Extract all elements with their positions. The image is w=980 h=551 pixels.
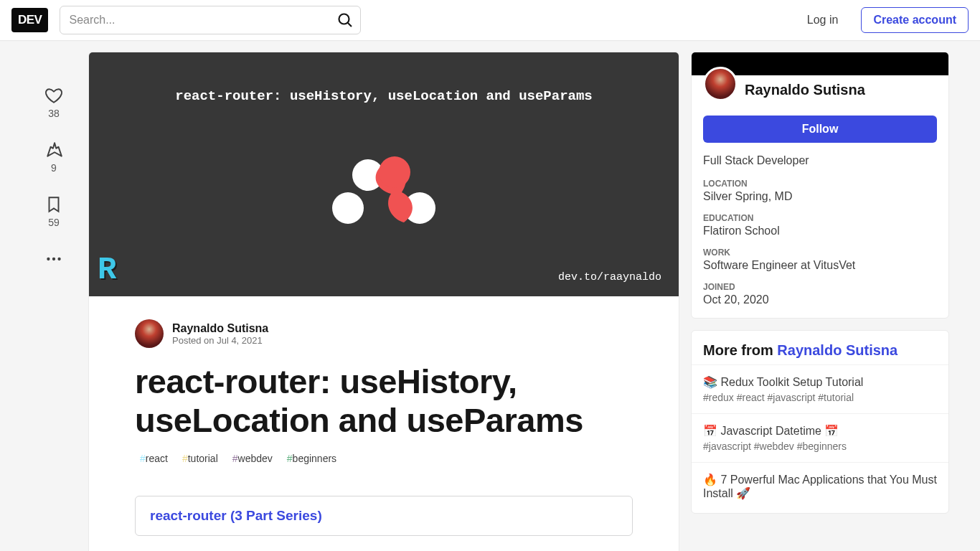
more-item[interactable]: 🔥 7 Powerful Mac Applications that You M… [692,462,948,513]
login-link[interactable]: Log in [796,8,850,32]
svg-point-3 [52,258,55,260]
article: react-router: useHistory, useLocation an… [88,52,679,551]
dev-logo[interactable]: DEV [11,8,48,32]
like-count: 38 [48,108,60,119]
site-header: DEV Log in Create account [0,0,980,40]
main-column: react-router: useHistory, useLocation an… [88,52,679,551]
reactions-bar: 38 9 59 [31,52,77,551]
author-card: Raynaldo Sutisna Follow Full Stack Devel… [691,52,949,319]
bookmark-button[interactable]: 59 [44,195,63,228]
author-card-name-link[interactable]: Raynaldo Sutisna [745,70,865,98]
more-item-title: 📅 Javascript Datetime 📅 [703,424,937,438]
author-name-link[interactable]: Raynaldo Sutisna [172,322,268,335]
tag-beginners[interactable]: #beginners [282,450,341,467]
author-meta: LOCATION Silver Spring, MD EDUCATION Fla… [703,179,937,306]
cover-credit: dev.to/raaynaldo [558,271,661,283]
article-tags: #react #tutorial #webdev #beginners [135,450,633,467]
cover-image: react-router: useHistory, useLocation an… [89,52,679,296]
author-byline: Raynaldo Sutisna Posted on Jul 4, 2021 [135,319,633,348]
meta-label-work: WORK [703,248,937,258]
bookmark-count: 59 [48,217,60,228]
series-box[interactable]: react-router (3 Part Series) [135,496,633,536]
unicorn-icon [44,141,63,159]
svg-point-5 [332,192,364,224]
create-account-button[interactable]: Create account [861,7,969,33]
react-router-logo-icon [298,136,470,237]
heart-icon [44,86,63,105]
more-item-title: 📚 Redux Toolkit Setup Tutorial [703,375,937,389]
search-input[interactable] [60,6,361,34]
svg-point-2 [47,258,50,260]
meta-value-location: Silver Spring, MD [703,190,937,203]
unicorn-button[interactable]: 9 [44,141,63,174]
bookmark-icon [44,195,63,214]
meta-value-education: Flatiron School [703,225,937,237]
meta-label-education: EDUCATION [703,213,937,223]
more-from-card: More from Raynaldo Sutisna 📚 Redux Toolk… [691,330,949,514]
dots-icon [44,250,63,268]
series-title: react-router (3 Part Series) [150,508,618,524]
post-date: Posted on Jul 4, 2021 [172,335,268,346]
tag-webdev[interactable]: #webdev [227,450,278,467]
more-options-button[interactable] [44,250,63,268]
more-item-title: 🔥 7 Powerful Mac Applications that You M… [703,473,937,500]
more-item-tags: #javascript #webdev #beginners [703,441,937,452]
tag-react[interactable]: #react [135,450,173,467]
more-from-author-link[interactable]: Raynaldo Sutisna [777,342,897,358]
cover-title: react-router: useHistory, useLocation an… [89,88,679,104]
more-item[interactable]: 📅 Javascript Datetime 📅 #javascript #web… [692,413,948,462]
svg-point-4 [57,258,60,260]
search-button[interactable] [332,9,358,32]
like-button[interactable]: 38 [44,86,63,119]
more-from-heading: More from Raynaldo Sutisna [692,331,948,364]
author-bio: Full Stack Developer [703,154,937,167]
tag-tutorial[interactable]: #tutorial [177,450,223,467]
article-title: react-router: useHistory, useLocation an… [135,362,633,440]
svg-line-1 [348,23,352,27]
author-avatar[interactable] [135,319,164,348]
more-item[interactable]: 📚 Redux Toolkit Setup Tutorial #redux #r… [692,364,948,413]
meta-label-joined: JOINED [703,282,937,292]
sidebar: Raynaldo Sutisna Follow Full Stack Devel… [691,52,949,551]
svg-point-0 [339,14,349,24]
follow-button[interactable]: Follow [703,116,937,143]
more-item-tags: #redux #react #javascript #tutorial [703,392,937,403]
meta-value-joined: Oct 20, 2020 [703,293,937,306]
meta-label-location: LOCATION [703,179,937,189]
author-card-avatar[interactable] [703,67,738,101]
svg-point-8 [379,156,410,188]
meta-value-work: Software Engineer at VitusVet [703,259,937,272]
search-icon [336,11,354,29]
unicorn-count: 9 [51,162,57,174]
author-mark-icon: R [98,252,116,288]
search-wrap [60,6,361,34]
